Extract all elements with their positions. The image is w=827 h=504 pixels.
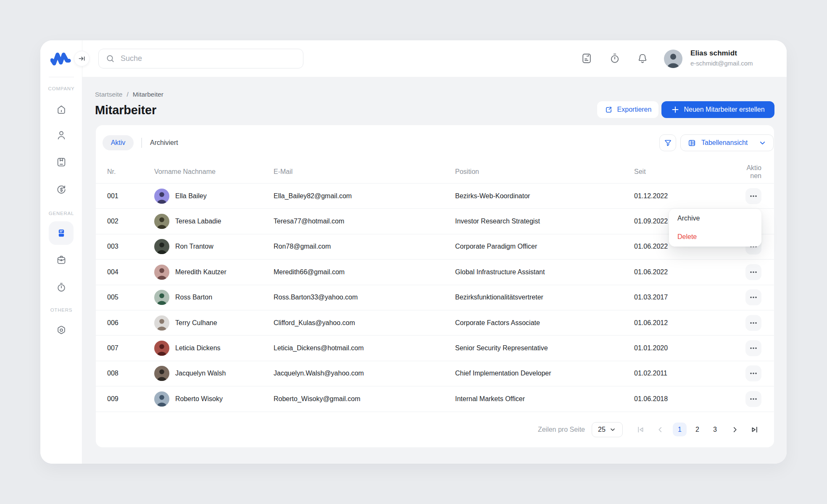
brand-logo-icon[interactable] bbox=[50, 52, 71, 66]
plus-icon bbox=[671, 105, 680, 114]
table-row[interactable]: 009 Roberto Wisoky Roberto_Wisoky@gmail.… bbox=[96, 386, 774, 412]
employee-since: 01.06.2018 bbox=[634, 395, 743, 403]
row-number: 008 bbox=[107, 370, 154, 377]
row-actions-button[interactable] bbox=[745, 289, 761, 305]
sidebar-item-timer[interactable] bbox=[56, 282, 67, 293]
table-view-dropdown[interactable]: Tabellenansicht bbox=[680, 134, 774, 151]
menu-item-delete[interactable]: Delete bbox=[669, 228, 761, 246]
row-actions-button[interactable] bbox=[745, 315, 761, 331]
filter-button[interactable] bbox=[659, 134, 676, 151]
row-number: 009 bbox=[107, 395, 154, 403]
first-page-button[interactable] bbox=[633, 423, 647, 436]
ellipsis-icon bbox=[749, 293, 758, 302]
report-document-icon[interactable] bbox=[581, 52, 593, 64]
collapse-arrow-icon bbox=[78, 55, 86, 63]
column-header-since[interactable]: Seit bbox=[634, 168, 743, 176]
search-box[interactable] bbox=[98, 49, 303, 68]
row-number: 002 bbox=[107, 218, 154, 225]
table-row[interactable]: 004 Meredith Kautzer Meredith66@gmail.co… bbox=[96, 260, 774, 285]
table-row[interactable]: 005 Ross Barton Ross.Barton33@yahoo.com … bbox=[96, 285, 774, 310]
employee-since: 01.01.2020 bbox=[634, 344, 743, 352]
next-page-button[interactable] bbox=[728, 423, 742, 436]
column-header-name[interactable]: Vorname Nachname bbox=[154, 168, 274, 176]
sidebar-item-home[interactable] bbox=[56, 104, 67, 115]
sidebar-item-settings[interactable] bbox=[56, 325, 67, 336]
employee-position: Corporate Paradigm Officer bbox=[455, 243, 634, 250]
page-button-2[interactable]: 2 bbox=[690, 423, 704, 436]
employee-avatar bbox=[154, 214, 169, 229]
user-info[interactable]: Elias schmidt e-schmidt@gmail.com bbox=[690, 49, 753, 67]
previous-page-button[interactable] bbox=[653, 423, 667, 436]
time-tracking-icon[interactable] bbox=[609, 52, 621, 64]
employee-name: Ron Trantow bbox=[175, 243, 213, 250]
employee-name: Teresa Labadie bbox=[175, 218, 221, 225]
filter-icon bbox=[664, 139, 672, 147]
notifications-bell-icon[interactable] bbox=[637, 52, 648, 64]
search-input[interactable] bbox=[121, 54, 296, 63]
employee-since: 01.12.2022 bbox=[634, 192, 743, 200]
sidebar-item-employees[interactable] bbox=[56, 130, 67, 141]
topbar: Elias schmidt e-schmidt@gmail.com bbox=[82, 40, 787, 77]
row-actions-button[interactable] bbox=[745, 340, 761, 356]
employee-name: Meredith Kautzer bbox=[175, 268, 227, 276]
employee-avatar bbox=[154, 366, 169, 381]
employee-avatar bbox=[154, 290, 169, 305]
employee-since: 01.06.2022 bbox=[634, 268, 743, 276]
row-actions-button[interactable] bbox=[745, 264, 761, 280]
sidebar-collapse-button[interactable] bbox=[74, 51, 90, 66]
employee-position: Investor Research Strategist bbox=[455, 218, 634, 225]
create-employee-label: Neuen Mitarbeiter erstellen bbox=[684, 106, 764, 113]
employee-position: Senior Security Representative bbox=[455, 344, 634, 352]
tab-active[interactable]: Aktiv bbox=[103, 135, 134, 150]
employee-name: Ella Bailey bbox=[175, 192, 207, 200]
row-number: 004 bbox=[107, 268, 154, 276]
employee-email: Roberto_Wisoky@gmail.com bbox=[274, 395, 455, 403]
chevron-down-icon bbox=[609, 426, 616, 433]
create-employee-button[interactable]: Neuen Mitarbeiter erstellen bbox=[661, 101, 774, 118]
column-header-position[interactable]: Position bbox=[455, 168, 634, 176]
rows-per-page-select[interactable]: 25 bbox=[592, 422, 623, 437]
employee-position: Internal Markets Officer bbox=[455, 395, 634, 403]
employee-position: Corporate Factors Associate bbox=[455, 319, 634, 327]
employee-avatar bbox=[154, 391, 169, 407]
employee-avatar bbox=[154, 315, 169, 331]
row-actions-button[interactable] bbox=[745, 188, 761, 204]
row-actions-button[interactable] bbox=[745, 365, 761, 381]
employee-since: 01.02.2011 bbox=[634, 370, 743, 377]
employee-name: Jacquelyn Walsh bbox=[175, 370, 226, 377]
row-number: 001 bbox=[107, 192, 154, 200]
employee-email: Clifford_Kulas@yahoo.com bbox=[274, 319, 455, 327]
page-button-3[interactable]: 3 bbox=[708, 423, 722, 436]
row-number: 006 bbox=[107, 319, 154, 327]
column-header-nr[interactable]: Nr. bbox=[107, 168, 154, 176]
rows-per-page-label: Zeilen pro Seite bbox=[538, 426, 585, 433]
table-row[interactable]: 006 Terry Culhane Clifford_Kulas@yahoo.c… bbox=[96, 310, 774, 336]
table-row[interactable]: 001 Ella Bailey Ella_Bailey82@gmail.com … bbox=[96, 184, 774, 209]
tab-separator bbox=[141, 138, 142, 148]
sidebar-item-money-exchange[interactable] bbox=[56, 184, 67, 195]
user-avatar[interactable] bbox=[664, 50, 682, 68]
row-actions-button[interactable] bbox=[745, 391, 761, 407]
employee-avatar bbox=[154, 189, 169, 204]
table-row[interactable]: 008 Jacquelyn Walsh Jacquelyn.Walsh@yaho… bbox=[96, 361, 774, 386]
sidebar-item-journal-active[interactable] bbox=[56, 228, 67, 239]
sidebar-item-briefcase[interactable] bbox=[56, 255, 67, 265]
export-label: Exportieren bbox=[617, 106, 652, 113]
breadcrumb: Startseite / Mitarbeiter bbox=[95, 91, 163, 98]
ellipsis-icon bbox=[749, 192, 758, 201]
row-context-menu: Archive Delete bbox=[669, 209, 761, 247]
last-page-button[interactable] bbox=[748, 423, 761, 436]
employee-avatar bbox=[154, 341, 169, 356]
employee-since: 01.06.2012 bbox=[634, 319, 743, 327]
column-header-email[interactable]: E-Mail bbox=[274, 168, 455, 176]
employee-position: Bezirks-Web-Koordinator bbox=[455, 192, 634, 200]
table-row[interactable]: 007 Leticia Dickens Leticia_Dickens@hotm… bbox=[96, 336, 774, 361]
export-button[interactable]: Exportieren bbox=[597, 101, 658, 118]
menu-item-archive[interactable]: Archive bbox=[669, 209, 761, 228]
employee-name: Terry Culhane bbox=[175, 319, 217, 327]
breadcrumb-home[interactable]: Startseite bbox=[95, 91, 122, 98]
tab-archived[interactable]: Archiviert bbox=[150, 135, 178, 150]
employee-position: Bezirksfunktionalitätsvertreter bbox=[455, 294, 634, 301]
page-button-1[interactable]: 1 bbox=[673, 423, 687, 436]
sidebar-item-book-saved[interactable] bbox=[56, 157, 67, 168]
